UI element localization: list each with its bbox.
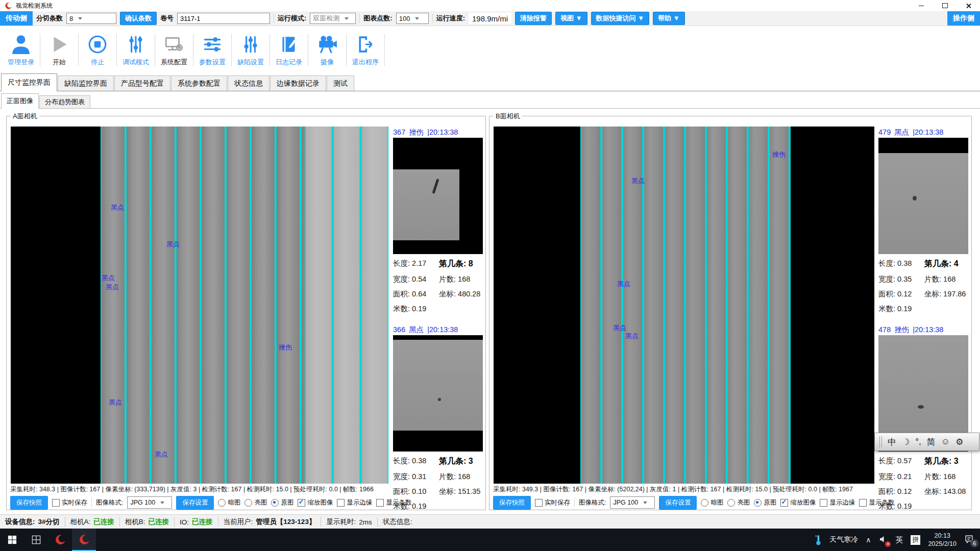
camera-a-image: 黑点 黑点 黑点 黑点 挫伤 黑点 黑点	[11, 127, 388, 484]
camera-a-conn-label: 相机A:	[70, 517, 91, 527]
stop-button[interactable]: 停止	[79, 34, 116, 67]
image-format-label: 图像格式:	[579, 498, 606, 507]
chart-points-label: 图表点数:	[363, 14, 392, 23]
save-snapshot-button[interactable]: 保存快照	[10, 496, 48, 510]
start-button[interactable]	[0, 529, 24, 551]
clock[interactable]: 20:13 2025/2/10	[928, 532, 957, 548]
chart-points-select[interactable]: 100	[396, 13, 429, 24]
defect-marker: 挫伤	[772, 150, 786, 159]
debug-mode-button[interactable]: 调试模式	[117, 34, 155, 67]
save-settings-button[interactable]: 保存设置	[176, 496, 214, 510]
ime-lang-toggle[interactable]: 中	[888, 436, 896, 448]
drive-side-button[interactable]: 传动侧	[0, 11, 33, 26]
original-image-radio[interactable]: 原图	[754, 498, 776, 507]
dark-image-radio[interactable]: 暗图	[701, 498, 723, 507]
show-count-checkbox[interactable]: 显示条数	[859, 498, 894, 507]
control-bar: 传动侧 分切条数 8 确认条数 卷号 运行模式: 双面检测 图表点数: 100 …	[0, 11, 980, 26]
defect-settings-button[interactable]: 缺陷设置	[232, 34, 270, 67]
close-button[interactable]	[957, 0, 980, 11]
maximize-button[interactable]	[933, 0, 957, 11]
confirm-count-button[interactable]: 确认条数	[120, 12, 157, 25]
chevron-down-icon	[160, 502, 164, 504]
io-conn-value: 已连接	[192, 517, 213, 527]
ime-mode-indicator[interactable]: 拼	[911, 535, 920, 545]
play-icon	[48, 34, 70, 55]
realtime-save-checkbox[interactable]: 实时保存	[535, 498, 570, 507]
tab-product-model-config[interactable]: 产品型号配置	[114, 76, 170, 91]
video-camera-icon	[316, 34, 338, 55]
zoom-image-checkbox[interactable]: 缩放图像	[298, 498, 333, 507]
show-count-checkbox[interactable]: 显示条数	[376, 498, 411, 507]
ime-punctuation-toggle[interactable]: °,	[915, 437, 921, 447]
log-record-button[interactable]: 日志记录	[270, 34, 308, 67]
ime-fullhalf-moon-icon[interactable]: ☽	[902, 437, 910, 447]
language-indicator[interactable]: 英	[895, 535, 903, 545]
tab-defect-monitor[interactable]: 缺陷监控界面	[58, 76, 114, 91]
notification-center-button[interactable]: 6	[964, 534, 974, 545]
defect-card[interactable]: 479 黑点 |20:13:38 长度: 0.38 第几条: 4 宽度: 0.3…	[878, 127, 969, 314]
camera-a-title: A面相机	[11, 112, 39, 121]
start-button[interactable]: 开始	[40, 34, 78, 67]
image-format-select[interactable]: JPG 100	[610, 496, 655, 509]
defect-marker: 黑点	[109, 398, 122, 407]
show-edge-checkbox[interactable]: 显示边缘	[337, 498, 372, 507]
ime-settings-gear-icon[interactable]: ⚙	[955, 437, 963, 447]
ime-simplified-toggle[interactable]: 简	[927, 436, 936, 448]
roll-number-input[interactable]	[177, 13, 270, 24]
params-settings-button[interactable]: 参数设置	[193, 34, 231, 67]
subtab-distribution-trend[interactable]: 分布趋势图表	[39, 95, 90, 108]
save-settings-button[interactable]: 保存设置	[659, 496, 697, 510]
show-edge-checkbox[interactable]: 显示边缘	[820, 498, 855, 507]
image-format-select[interactable]: JPG 100	[127, 496, 172, 509]
stop-icon	[87, 34, 108, 55]
clear-alarm-button[interactable]: 清除报警	[515, 12, 552, 25]
zoom-image-checkbox[interactable]: 缩放图像	[780, 498, 816, 507]
weather-text[interactable]: 天气寒冷	[829, 535, 858, 544]
task-view-icon	[32, 535, 41, 544]
tab-edge-data-record[interactable]: 边缘数据记录	[270, 76, 326, 91]
help-menu-button[interactable]: 帮助 ▼	[653, 12, 684, 25]
dark-image-radio[interactable]: 暗图	[218, 498, 240, 507]
defect-marker: 黑点	[613, 323, 626, 333]
defect-card[interactable]: 367 挫伤 |20:13:38 长度: 2.17 第几条: 8 宽度: 0.5…	[393, 127, 484, 314]
slit-count-select[interactable]: 8	[66, 13, 116, 24]
view-menu-button[interactable]: 视图 ▼	[555, 12, 587, 25]
camera-b-panel: B面相机 挫伤 黑点 黑点 黑点 黑点 479 黑点 |20:13:38 长度:…	[489, 116, 972, 510]
exit-program-button[interactable]: 退出程序	[347, 34, 384, 67]
tab-size-monitor[interactable]: 尺寸监控界面	[1, 73, 57, 91]
tab-system-params-config[interactable]: 系统参数配置	[171, 76, 227, 91]
data-quick-access-menu-button[interactable]: 数据快捷访问 ▼	[591, 12, 649, 25]
strip-region	[101, 127, 305, 484]
system-config-icon	[163, 34, 185, 55]
icon-toolbar: 管理登录 开始 停止 调试模式 系统配置 参数设置 缺陷设置 日志记录 摄像	[0, 26, 980, 74]
defect-card[interactable]: 478 挫伤 |20:13:38 长度: 0.57 第几条: 3 宽度: 0.2…	[878, 324, 969, 511]
exit-icon	[355, 34, 376, 55]
taskbar-app-button[interactable]	[48, 529, 72, 551]
operator-side-button[interactable]: 操作侧	[947, 11, 980, 26]
defect-card[interactable]: 366 黑点 |20:13:38 长度: 0.38 第几条: 3 宽度: 0.3…	[393, 324, 484, 511]
drag-handle-icon[interactable]	[879, 436, 882, 447]
capture-button[interactable]: 摄像	[308, 34, 346, 67]
minimize-button[interactable]	[910, 0, 933, 11]
bright-image-radio[interactable]: 亮图	[244, 498, 267, 507]
original-image-radio[interactable]: 原图	[271, 498, 293, 507]
realtime-save-checkbox[interactable]: 实时保存	[52, 498, 87, 507]
volume-muted-button[interactable]: ×	[878, 535, 888, 545]
bright-image-radio[interactable]: 亮图	[727, 498, 750, 507]
ime-emoji-icon[interactable]: ☺	[941, 437, 950, 447]
current-user-value: 管理员【123-123】	[256, 517, 315, 527]
tab-test[interactable]: 测试	[327, 76, 354, 91]
admin-login-button[interactable]: 管理登录	[2, 34, 40, 67]
ime-language-bar[interactable]: 中 ☽ °, 简 ☺ ⚙	[874, 433, 979, 451]
subtab-front-image[interactable]: 正面图像	[1, 93, 39, 108]
run-mode-select[interactable]: 双面检测	[310, 13, 356, 24]
taskbar-app-button-active[interactable]	[72, 529, 96, 551]
task-view-button[interactable]	[24, 529, 48, 551]
tray-expand-caret[interactable]: ∧	[866, 536, 871, 544]
tab-status-info[interactable]: 状态信息	[228, 76, 270, 91]
defect-sliders-icon	[240, 34, 261, 55]
slit-count-value: 8	[69, 15, 73, 22]
system-config-button[interactable]: 系统配置	[155, 34, 193, 67]
save-snapshot-button[interactable]: 保存快照	[493, 496, 531, 510]
run-mode-label: 运行模式:	[278, 14, 306, 23]
